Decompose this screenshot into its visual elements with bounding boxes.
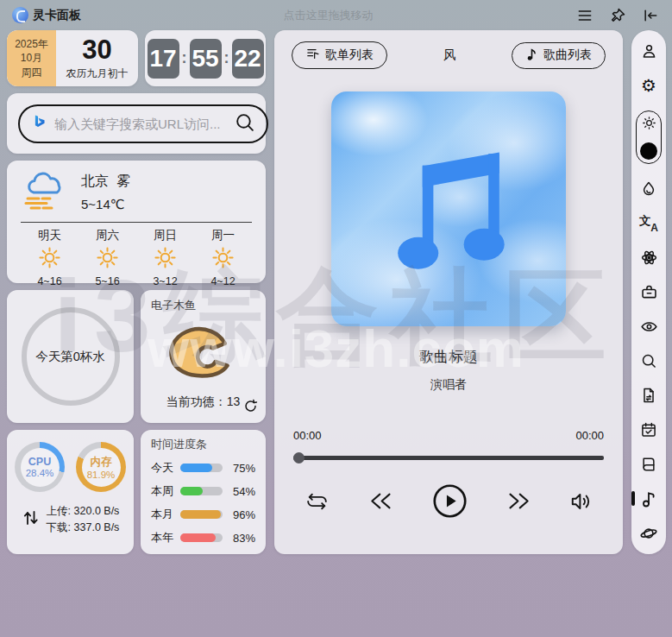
water-counter-widget: 今天第0杯水 xyxy=(7,290,134,423)
forecast-day: 明天 4~16 xyxy=(21,228,79,287)
search-input[interactable] xyxy=(54,117,226,131)
user-icon[interactable] xyxy=(639,41,658,60)
weather-temp-range: 5~14℃ xyxy=(81,197,130,212)
bing-logo-icon xyxy=(31,114,47,133)
weather-divider xyxy=(21,222,252,223)
time-total: 00:00 xyxy=(575,429,604,442)
download-speed: 下载: 337.0 B/s xyxy=(47,520,120,536)
album-music-note-icon xyxy=(331,91,566,326)
weather-city: 北京 xyxy=(81,173,109,188)
water-counter-label: 今天第0杯水 xyxy=(35,349,105,365)
sun-icon xyxy=(96,246,119,273)
search-submit-icon[interactable] xyxy=(234,111,255,136)
volume-button[interactable] xyxy=(569,490,593,513)
sun-icon xyxy=(154,246,177,273)
widgets-column: 2025年 10月 周四 30 农历九月初十 17 : 55 : 22 xyxy=(7,30,266,554)
seek-slider[interactable] xyxy=(293,452,604,463)
tools-sidebar: ⚙ 文A xyxy=(631,30,666,554)
seek-track[interactable] xyxy=(293,456,604,460)
play-button[interactable] xyxy=(432,483,468,519)
eye-icon[interactable] xyxy=(639,317,658,336)
clock-colon: : xyxy=(182,49,187,67)
search-widget xyxy=(7,93,266,154)
wooden-fish-button[interactable] xyxy=(151,313,255,394)
flip-clock-widget: 17 : 55 : 22 xyxy=(145,30,266,86)
pin-icon[interactable] xyxy=(608,6,627,25)
playlist-icon xyxy=(305,47,320,64)
progress-fill xyxy=(180,487,203,495)
music-widget-icon[interactable] xyxy=(639,489,658,508)
book-icon[interactable] xyxy=(639,455,658,474)
memory-label: 内存 xyxy=(91,455,112,470)
date-month: 10月 xyxy=(21,51,42,65)
search-box[interactable] xyxy=(18,104,268,143)
sun-icon xyxy=(38,246,61,273)
date-widget: 2025年 10月 周四 30 农历九月初十 xyxy=(7,30,138,86)
flame-icon[interactable] xyxy=(639,180,658,199)
date-ymd: 2025年 10月 周四 xyxy=(7,30,56,86)
progress-fill xyxy=(180,510,221,519)
music-note-icon xyxy=(525,47,538,64)
clock-hours: 17 xyxy=(148,39,179,79)
app-title: 灵卡面板 xyxy=(33,8,81,23)
song-title: 歌曲标题 xyxy=(292,347,606,367)
progress-row: 今天 75% xyxy=(151,460,255,476)
memory-value: 81.9% xyxy=(87,470,116,480)
date-day: 30 xyxy=(82,36,111,63)
water-counter-button[interactable]: 今天第0杯水 xyxy=(22,307,120,406)
progress-fill xyxy=(180,533,216,542)
next-track-button[interactable] xyxy=(506,489,531,513)
time-current: 00:00 xyxy=(293,429,322,442)
title-bar: 灵卡面板 点击这里拖拽移动 xyxy=(0,0,672,30)
planet-icon[interactable] xyxy=(639,524,658,543)
search-tool-icon[interactable] xyxy=(639,351,658,370)
previous-track-button[interactable] xyxy=(368,489,394,513)
toolbox-icon[interactable] xyxy=(639,283,658,302)
music-player-panel: 歌单列表 风 歌曲列表 xyxy=(274,30,623,554)
forecast-day: 周六 5~16 xyxy=(79,228,136,287)
merit-count: 13 xyxy=(227,394,241,408)
repeat-mode-button[interactable] xyxy=(304,490,330,513)
translate-icon[interactable]: 文A xyxy=(639,214,658,233)
song-list-button[interactable]: 歌曲列表 xyxy=(512,42,606,69)
lingka-panel-app: 灵卡面板 点击这里拖拽移动 2025年 10月 周四 xyxy=(0,0,672,637)
collapse-left-icon[interactable] xyxy=(641,6,660,25)
forecast-day: 周日 3~12 xyxy=(136,228,194,287)
fog-weather-icon xyxy=(21,169,69,216)
current-playlist-name: 风 xyxy=(443,47,456,64)
wooden-fish-title: 电子木鱼 xyxy=(151,298,255,313)
menu-icon[interactable] xyxy=(575,6,594,25)
seek-thumb[interactable] xyxy=(293,452,305,464)
settings-gear-icon[interactable]: ⚙ xyxy=(639,76,658,95)
progress-row: 本周 54% xyxy=(151,483,255,499)
song-artist: 演唱者 xyxy=(292,377,606,393)
progress-row: 本年 83% xyxy=(151,530,255,546)
wooden-fish-widget: 电子木鱼 当前功德：13 xyxy=(141,290,266,423)
progress-track xyxy=(180,487,223,495)
date-weekday: 周四 xyxy=(22,66,42,79)
clock-colon: : xyxy=(224,49,229,67)
clock-minutes: 55 xyxy=(190,39,222,79)
album-art xyxy=(331,91,566,326)
sun-icon xyxy=(211,246,235,273)
upload-download-icon xyxy=(22,508,41,532)
progress-track xyxy=(180,464,223,472)
cpu-ring: CPU 28.4% xyxy=(15,442,65,492)
playlist-list-button[interactable]: 歌单列表 xyxy=(292,41,387,69)
atom-icon[interactable] xyxy=(639,249,658,268)
calendar-check-icon[interactable] xyxy=(639,420,658,439)
merit-label: 当前功德： xyxy=(166,394,227,408)
theme-toggle[interactable] xyxy=(636,110,662,164)
light-theme-sun-icon[interactable] xyxy=(642,116,656,134)
date-year: 2025年 xyxy=(15,37,48,51)
upload-speed: 上传: 320.0 B/s xyxy=(47,503,120,520)
weather-widget: 北京雾 5~14℃ 明天 4~16 周六 5~16 xyxy=(7,161,266,283)
forecast-day: 周一 4~12 xyxy=(194,228,252,287)
file-transfer-icon[interactable] xyxy=(639,386,658,405)
weather-forecast: 明天 4~16 周六 5~16 周日 3~12 xyxy=(21,228,252,287)
drag-handle[interactable]: 点击这里拖拽移动 xyxy=(81,8,575,23)
app-logo-icon xyxy=(12,7,28,23)
dark-theme-moon-icon[interactable] xyxy=(640,142,657,160)
refresh-icon[interactable] xyxy=(243,399,258,417)
progress-fill xyxy=(180,464,212,472)
